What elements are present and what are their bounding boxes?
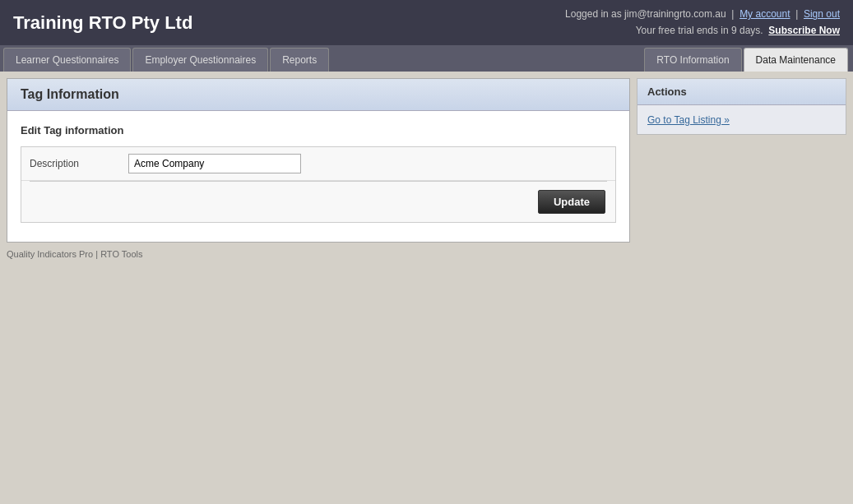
- app-title: Training RTO Pty Ltd: [13, 12, 192, 34]
- tab-reports[interactable]: Reports: [270, 48, 329, 72]
- footer: Quality Indicators Pro | RTO Tools: [7, 249, 846, 259]
- my-account-link[interactable]: My account: [739, 8, 790, 20]
- subscribe-link[interactable]: Subscribe Now: [768, 25, 840, 36]
- actions-panel: Actions Go to Tag Listing »: [637, 78, 846, 135]
- go-to-tag-listing-link[interactable]: Go to Tag Listing »: [647, 114, 730, 126]
- nav-left: Learner Questionnaires Employer Question…: [3, 45, 331, 72]
- description-input[interactable]: [128, 154, 301, 173]
- page-title: Tag Information: [21, 87, 616, 102]
- top-nav: Learner Questionnaires Employer Question…: [0, 45, 853, 72]
- main-layout: Tag Information Edit Tag information Des…: [7, 78, 846, 243]
- tab-data-maintenance[interactable]: Data Maintenance: [744, 48, 848, 72]
- content-header: Tag Information: [7, 79, 629, 111]
- actions-header: Actions: [637, 79, 846, 105]
- tab-rto-information[interactable]: RTO Information: [644, 48, 741, 72]
- content-body: Edit Tag information Description Update: [7, 111, 629, 236]
- update-button[interactable]: Update: [538, 190, 605, 214]
- tab-learner-questionnaires[interactable]: Learner Questionnaires: [3, 48, 131, 72]
- trial-info: Your free trial ends in 9 days. Subscrib…: [565, 23, 840, 39]
- footer-text: Quality Indicators Pro | RTO Tools: [7, 249, 142, 259]
- actions-body: Go to Tag Listing »: [637, 105, 846, 134]
- sign-out-link[interactable]: Sign out: [804, 8, 840, 20]
- form-title: Edit Tag information: [21, 124, 616, 136]
- nav-right: RTO Information Data Maintenance: [644, 45, 850, 72]
- tab-employer-questionnaires[interactable]: Employer Questionnaires: [132, 48, 268, 72]
- sidebar: Actions Go to Tag Listing »: [637, 78, 846, 135]
- logged-in-text: Logged in as jim@trainingrto.com.au: [565, 8, 726, 20]
- content-area: Tag Information Edit Tag information Des…: [7, 78, 630, 243]
- description-row: Description: [21, 147, 615, 181]
- trial-text: Your free trial ends in 9 days.: [636, 25, 763, 36]
- button-row: Update: [21, 182, 615, 222]
- header-right: Logged in as jim@trainingrto.com.au | My…: [565, 7, 840, 38]
- login-info: Logged in as jim@trainingrto.com.au | My…: [565, 7, 840, 22]
- tag-form: Description Update: [21, 146, 616, 223]
- header: Training RTO Pty Ltd Logged in as jim@tr…: [0, 0, 853, 45]
- description-label: Description: [30, 158, 128, 169]
